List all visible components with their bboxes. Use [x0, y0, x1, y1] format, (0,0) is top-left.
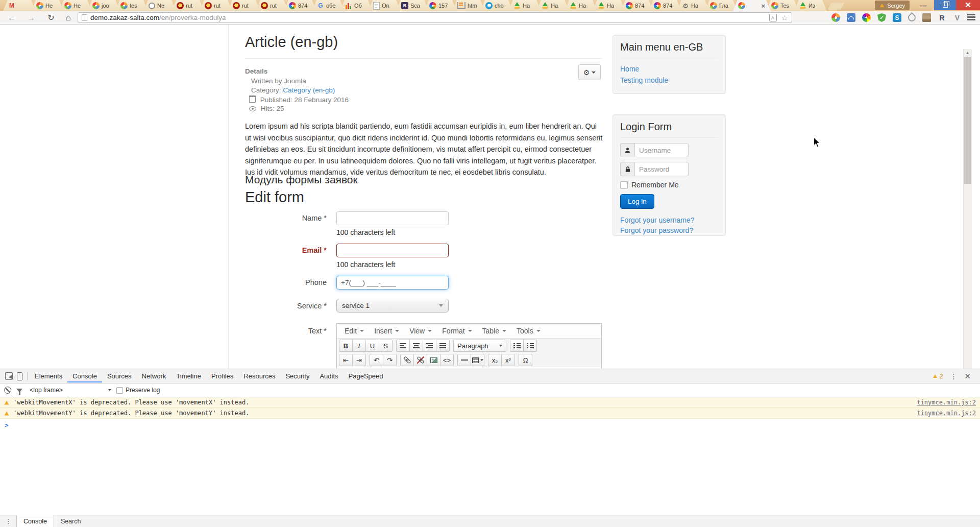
translate-icon[interactable]: A	[769, 14, 777, 21]
remember-checkbox[interactable]	[620, 181, 628, 189]
v-ext-icon[interactable]: V	[953, 13, 962, 22]
url-text[interactable]: demo.zakaz-saita.com/en/proverka-modulya	[90, 14, 226, 21]
editor-menu-format[interactable]: Format	[437, 325, 476, 337]
sidebar-menu-link[interactable]: Testing module	[620, 75, 718, 86]
article-options-button[interactable]: ⚙	[578, 64, 601, 80]
source-link[interactable]: tinymce.min.js:2	[917, 410, 976, 417]
devtools-close-icon[interactable]: ✕	[964, 372, 971, 381]
reload-icon[interactable]: ↻	[44, 11, 58, 24]
forward-icon[interactable]: →	[23, 11, 39, 24]
subscript-button[interactable]: x₂	[488, 354, 502, 366]
browser-tab[interactable]: On	[368, 0, 401, 11]
numbered-list-button[interactable]	[523, 340, 537, 352]
unlink-button[interactable]	[413, 354, 427, 366]
sidebar-menu-link[interactable]: Home	[620, 63, 718, 75]
preserve-log-checkbox[interactable]	[116, 387, 123, 394]
devtools-tab-audits[interactable]: Audits	[314, 370, 343, 382]
browser-tab[interactable]: Об	[340, 0, 373, 11]
drop-ext-icon[interactable]	[906, 12, 917, 23]
scroll-up-icon[interactable]: ▲	[964, 49, 971, 57]
speed-dial-ext-icon[interactable]	[847, 13, 855, 22]
filter-icon[interactable]	[16, 389, 22, 392]
editor-menu-view[interactable]: View	[405, 325, 436, 337]
browser-tab[interactable]: Tes	[766, 0, 799, 11]
browser-tab[interactable]: На	[536, 0, 569, 11]
color-wheel-ext-icon[interactable]	[862, 13, 871, 22]
horizontal-rule-button[interactable]	[457, 354, 471, 366]
italic-button[interactable]: I	[352, 340, 366, 352]
browser-tab[interactable]: He	[31, 0, 64, 11]
align-right-button[interactable]	[423, 340, 436, 352]
minimize-button[interactable]: —	[913, 0, 934, 10]
source-link[interactable]: tinymce.min.js:2	[917, 399, 976, 406]
browser-tab[interactable]: обе	[312, 0, 345, 11]
browser-tab[interactable]: На	[565, 0, 597, 11]
align-center-button[interactable]	[409, 340, 423, 352]
console-prompt[interactable]: >	[0, 419, 980, 429]
devtools-tab-sources[interactable]: Sources	[102, 370, 137, 382]
indent-button[interactable]: ⇥	[352, 354, 366, 366]
preserve-log-toggle[interactable]: Preserve log	[116, 387, 160, 394]
devtools-menu-icon[interactable]: ⋮	[950, 372, 957, 380]
bookmark-star-icon[interactable]: ☆	[781, 14, 788, 21]
frame-selector[interactable]: <top frame>	[28, 387, 111, 394]
devtools-tab-elements[interactable]: Elements	[30, 370, 67, 382]
browser-tab[interactable]: rut	[172, 0, 204, 11]
browser-tab[interactable]: cho	[480, 0, 513, 11]
rich-text-editor[interactable]: EditInsertViewFormatTableTools BIUSParag…	[336, 323, 602, 369]
devtools-tab-security[interactable]: Security	[280, 370, 314, 382]
category-link[interactable]: Category (en-gb)	[283, 86, 335, 94]
strikethrough-button[interactable]: S	[379, 340, 393, 352]
devtools-tab-timeline[interactable]: Timeline	[171, 370, 206, 382]
device-toolbar-icon[interactable]	[17, 372, 22, 380]
browser-tab[interactable]: Из	[794, 0, 827, 11]
browser-tab[interactable]: rut	[228, 0, 260, 11]
link-button[interactable]	[400, 354, 414, 366]
shield-ext-icon[interactable]: ✓	[877, 13, 886, 22]
address-bar[interactable]: demo.zakaz-saita.com/en/proverka-modulya…	[78, 12, 792, 23]
underline-button[interactable]: U	[365, 340, 379, 352]
browser-tab[interactable]: rut	[200, 0, 232, 11]
outdent-button[interactable]: ⇤	[339, 354, 353, 366]
package-ext-icon[interactable]	[922, 13, 931, 22]
forgot-link[interactable]: Forgot your password?	[620, 225, 718, 235]
table-button[interactable]	[471, 354, 484, 366]
bullet-list-button[interactable]	[510, 340, 524, 352]
clear-console-icon[interactable]	[4, 387, 11, 394]
paragraph-format-select[interactable]: Paragraph	[453, 340, 506, 352]
browser-tab[interactable]: 874	[649, 0, 681, 11]
forgot-link[interactable]: Forgot your username?	[620, 215, 718, 225]
browser-tab[interactable]: На	[593, 0, 625, 11]
joomla-ext-icon[interactable]	[831, 13, 840, 22]
browser-tab[interactable]: На	[677, 0, 709, 11]
source-code-button[interactable]: <>	[440, 354, 454, 366]
email-field[interactable]	[336, 244, 449, 257]
browser-tab[interactable]: Sca	[396, 0, 429, 11]
warning-count-badge[interactable]: 2	[933, 373, 943, 380]
editor-menu-tools[interactable]: Tools	[512, 325, 545, 337]
browser-tab[interactable]	[3, 0, 36, 11]
username-field[interactable]	[634, 143, 689, 157]
image-button[interactable]	[427, 354, 440, 366]
editor-menu-insert[interactable]: Insert	[370, 325, 404, 337]
home-icon[interactable]: ⌂	[61, 11, 76, 24]
drawer-menu-icon[interactable]: ⋮	[0, 517, 16, 525]
browser-tab[interactable]: На	[508, 0, 541, 11]
drawer-tab-search[interactable]: Search	[54, 515, 88, 527]
page-scrollbar[interactable]: ▲ ▼	[963, 49, 972, 369]
tab-close-icon[interactable]: ×	[761, 3, 765, 9]
roboform-ext-icon[interactable]: R	[938, 13, 946, 22]
devtools-tab-resources[interactable]: Resources	[238, 370, 280, 382]
align-left-button[interactable]	[396, 340, 410, 352]
devtools-tab-profiles[interactable]: Profiles	[206, 370, 238, 382]
browser-tab[interactable]: Ne	[143, 0, 176, 11]
browser-tab[interactable]: tes	[115, 0, 148, 11]
scrollbar-thumb[interactable]	[964, 57, 971, 184]
browser-tab[interactable]: rut	[256, 0, 288, 11]
s-ext-icon[interactable]: S	[893, 13, 901, 22]
bold-button[interactable]: B	[339, 340, 353, 352]
redo-button[interactable]: ↷	[383, 354, 397, 366]
undo-button[interactable]: ↶	[370, 354, 383, 366]
browser-tab[interactable]: joo	[87, 0, 120, 11]
browser-tab[interactable]: 874	[621, 0, 653, 11]
